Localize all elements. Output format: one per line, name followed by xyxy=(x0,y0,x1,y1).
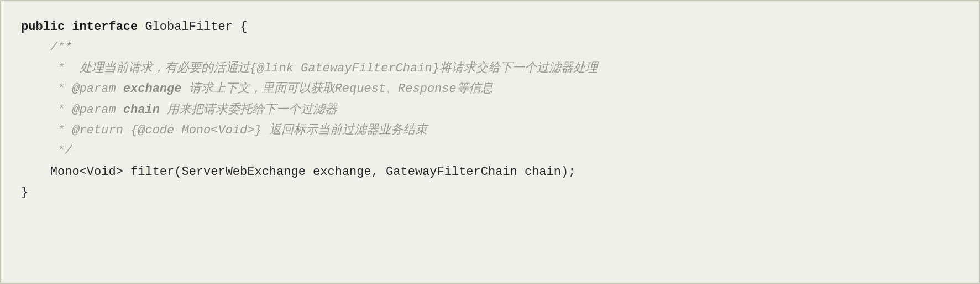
code-line-6: * @return {@code Mono<Void>} 返回标示当前过滤器业务… xyxy=(21,120,959,141)
keyword-public: public xyxy=(21,20,72,34)
comment-param1-desc: 请求上下文，里面可以获取Request、Response等信息 xyxy=(181,82,492,96)
comment-return-desc: 返回标示当前过滤器业务结束 xyxy=(262,123,427,137)
comment-open: /** xyxy=(21,40,72,54)
comment-param2-name: chain xyxy=(123,103,160,117)
code-line-2: /** xyxy=(21,37,959,58)
code-line-8: Mono<Void> filter(ServerWebExchange exch… xyxy=(21,162,959,182)
comment-param2-prefix: * @param xyxy=(21,103,123,117)
keyword-interface: interface xyxy=(72,20,145,34)
method-signature: Mono<Void> filter(ServerWebExchange exch… xyxy=(21,165,575,179)
comment-body-1: * 处理当前请求，有必要的活通过{@link GatewayFilterChai… xyxy=(21,61,598,75)
comment-param2-desc: 用来把请求委托给下一个过滤器 xyxy=(160,103,337,117)
closing-brace: } xyxy=(21,185,28,199)
comment-return-prefix: * @return xyxy=(21,123,130,137)
comment-param1-name: exchange xyxy=(123,82,182,96)
comment-return-code: {@code Mono<Void>} xyxy=(130,123,262,137)
code-line-9: } xyxy=(21,182,959,203)
code-line-5: * @param chain 用来把请求委托给下一个过滤器 xyxy=(21,100,959,120)
code-line-4: * @param exchange 请求上下文，里面可以获取Request、Re… xyxy=(21,79,959,99)
code-block: public interface GlobalFilter { /** * 处理… xyxy=(0,0,980,284)
code-line-7: */ xyxy=(21,141,959,161)
comment-close: */ xyxy=(21,144,72,158)
code-line-3: * 处理当前请求，有必要的活通过{@link GatewayFilterChai… xyxy=(21,58,959,79)
class-name: GlobalFilter { xyxy=(145,20,247,34)
code-line-1: public interface GlobalFilter { xyxy=(21,17,959,37)
comment-param1-prefix: * @param xyxy=(21,82,123,96)
